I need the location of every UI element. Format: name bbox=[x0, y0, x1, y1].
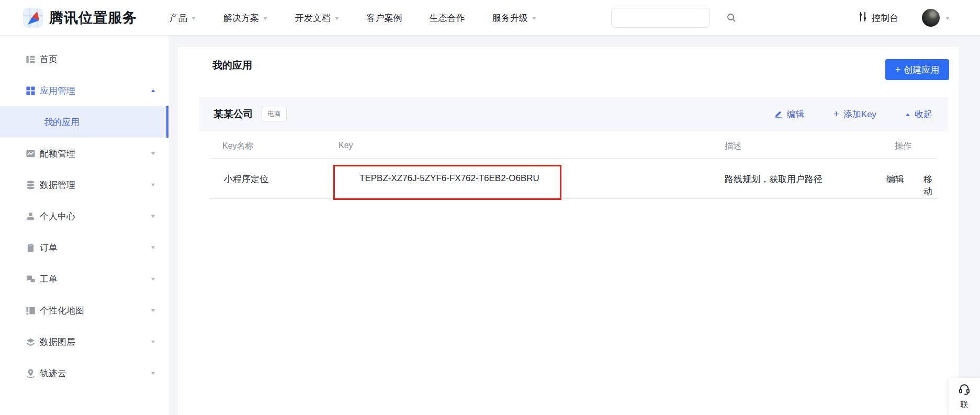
chevron-up-icon: ▲ bbox=[150, 88, 156, 93]
edit-app-link[interactable]: 编辑 bbox=[774, 108, 805, 120]
nav-item-solutions[interactable]: 解决方案 ▼ bbox=[223, 12, 268, 24]
sidebar-item-data-layers[interactable]: 数据图层 ▼ bbox=[0, 326, 168, 357]
sidebar-item-data-management[interactable]: 数据管理 ▼ bbox=[0, 169, 168, 200]
chevron-down-icon[interactable]: ▼ bbox=[944, 15, 951, 21]
search-icon[interactable] bbox=[726, 13, 737, 23]
sidebar-item-tickets[interactable]: 工单 ▼ bbox=[0, 263, 168, 295]
row-edit-link[interactable]: 编辑 bbox=[886, 173, 904, 185]
chevron-down-icon: ▼ bbox=[190, 15, 197, 21]
key-name-cell: 小程序定位 bbox=[224, 173, 268, 185]
sidebar-item-custom-map[interactable]: 个性化地图 ▼ bbox=[0, 295, 168, 326]
top-navbar: 腾讯位置服务 产品 ▼ 解决方案 ▼ 开发文档 ▼ 客户案例 bbox=[0, 0, 980, 36]
row-move-link[interactable]: 移动 bbox=[923, 173, 938, 197]
sidebar-item-track-cloud[interactable]: 轨迹云 ▼ bbox=[0, 357, 168, 389]
contact-widget[interactable]: 联 bbox=[949, 378, 980, 415]
clipboard-icon bbox=[25, 242, 36, 253]
nav-menu: 产品 ▼ 解决方案 ▼ 开发文档 ▼ 客户案例 生态合作 服 bbox=[170, 12, 564, 24]
nav-item-products[interactable]: 产品 ▼ bbox=[170, 12, 196, 24]
location-pin-icon bbox=[25, 368, 36, 378]
logo-text: 腾讯位置服务 bbox=[49, 8, 137, 27]
console-link[interactable]: 控制台 bbox=[858, 0, 898, 36]
table-row: 小程序定位 TEPBZ-XZ76J-5ZYF6-FX762-T6EB2-O6BR… bbox=[210, 159, 938, 199]
table-header-row: Key名称 Key 描述 操作 bbox=[210, 131, 938, 159]
add-key-link[interactable]: + 添加Key bbox=[833, 108, 876, 120]
headset-icon bbox=[958, 383, 971, 398]
chevron-down-icon: ▼ bbox=[150, 182, 156, 187]
column-header-key: Key bbox=[339, 141, 353, 150]
category-tag: 电商 bbox=[262, 107, 287, 121]
plus-icon: + bbox=[833, 108, 839, 120]
person-icon bbox=[25, 211, 36, 221]
chat-bubbles-icon bbox=[25, 274, 36, 284]
page-title: 我的应用 bbox=[212, 59, 252, 72]
column-header-key-name: Key名称 bbox=[222, 141, 254, 152]
chevron-down-icon: ▼ bbox=[150, 245, 156, 250]
create-app-button[interactable]: + 创建应用 bbox=[885, 59, 949, 80]
collapse-link[interactable]: ▲ 收起 bbox=[905, 108, 932, 120]
chevron-down-icon: ▼ bbox=[150, 371, 156, 376]
map-icon bbox=[25, 305, 36, 316]
app-card: 某某公司 电商 编辑 + 添加Key bbox=[199, 97, 948, 199]
sliders-icon bbox=[858, 12, 868, 24]
page: 腾讯位置服务 产品 ▼ 解决方案 ▼ 开发文档 ▼ 客户案例 bbox=[0, 0, 980, 415]
nav-item-upgrade[interactable]: 服务升级 ▼ bbox=[492, 12, 537, 24]
layers-icon bbox=[25, 337, 36, 347]
logo[interactable]: 腾讯位置服务 bbox=[23, 8, 137, 28]
sidebar-item-orders[interactable]: 订单 ▼ bbox=[0, 232, 168, 263]
chevron-down-icon: ▼ bbox=[150, 339, 156, 344]
app-card-header: 某某公司 电商 编辑 + 添加Key bbox=[199, 97, 948, 131]
chevron-down-icon: ▼ bbox=[334, 15, 340, 21]
chevron-up-icon: ▲ bbox=[905, 111, 911, 117]
chevron-down-icon: ▼ bbox=[150, 308, 156, 313]
chevron-down-icon: ▼ bbox=[531, 15, 537, 21]
search-box bbox=[611, 8, 710, 28]
nav-item-docs[interactable]: 开发文档 ▼ bbox=[295, 12, 340, 24]
chevron-down-icon: ▼ bbox=[150, 214, 156, 219]
chevron-down-icon: ▼ bbox=[262, 15, 268, 21]
sidebar-item-app-management[interactable]: 应用管理 ▲ bbox=[0, 75, 168, 106]
contact-label: 联 bbox=[961, 400, 968, 410]
chevron-down-icon: ▼ bbox=[150, 151, 156, 156]
database-icon bbox=[25, 180, 36, 190]
pencil-icon bbox=[774, 110, 783, 118]
column-header-actions: 操作 bbox=[895, 141, 911, 152]
sidebar-item-personal-center[interactable]: 个人中心 ▼ bbox=[0, 200, 168, 232]
search-input[interactable] bbox=[612, 8, 726, 27]
sidebar: 首页 应用管理 ▲ 我的应用 配 bbox=[0, 36, 168, 415]
sidebar-item-home[interactable]: 首页 bbox=[0, 43, 168, 75]
key-desc-cell: 路线规划，获取用户路径 bbox=[725, 173, 823, 185]
key-value-cell: TEPBZ-XZ76J-5ZYF6-FX762-T6EB2-O6BRU bbox=[359, 173, 539, 184]
nav-item-cases[interactable]: 客户案例 bbox=[367, 12, 402, 24]
chart-icon bbox=[25, 148, 36, 159]
chevron-down-icon: ▼ bbox=[150, 276, 156, 282]
nav-item-ecosystem[interactable]: 生态合作 bbox=[430, 12, 465, 24]
user-avatar[interactable] bbox=[922, 9, 940, 27]
home-list-icon bbox=[25, 54, 36, 64]
sidebar-item-my-apps[interactable]: 我的应用 bbox=[0, 106, 168, 138]
company-name: 某某公司 bbox=[213, 107, 253, 121]
grid-icon bbox=[25, 85, 36, 96]
column-header-desc: 描述 bbox=[725, 141, 741, 152]
sidebar-item-quota[interactable]: 配额管理 ▼ bbox=[0, 138, 168, 169]
plus-icon: + bbox=[895, 64, 901, 75]
main-content: 我的应用 + 创建应用 某某公司 电商 编辑 bbox=[178, 47, 959, 415]
compass-logo-icon bbox=[23, 8, 43, 28]
